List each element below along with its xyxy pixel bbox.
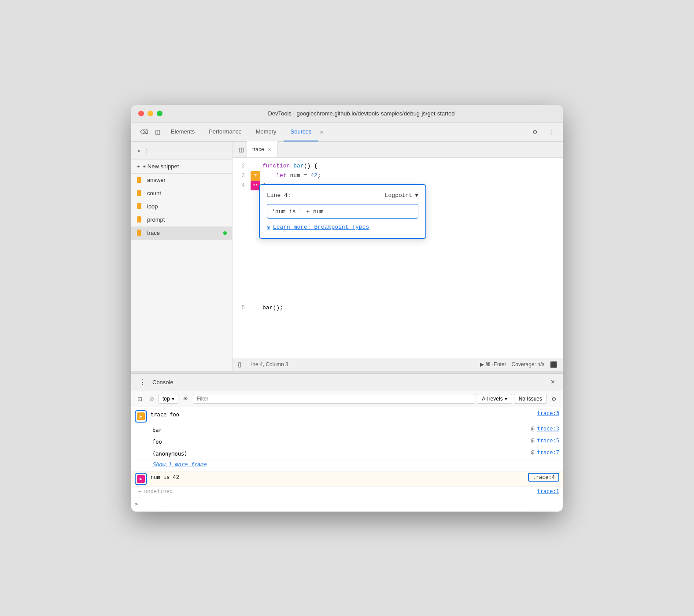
window-title: DevTools - googlechrome.github.io/devtoo… [167,110,556,117]
anon-text: (anonymous) [152,449,528,458]
console-row-trace: ▶ trace foo trace:3 [131,409,563,424]
svg-rect-1 [137,190,141,196]
console-body: ▶ trace foo trace:3 bar @ trace:3 foo @ … [131,407,563,512]
console-row-undefined: ← undefined trace:1 [131,487,563,498]
fullscreen-button[interactable] [157,111,162,116]
format-button[interactable]: {} [238,361,241,367]
status-position: Line 4, Column 3 [248,361,288,367]
sidebar-item-loop[interactable]: loop [131,200,232,213]
run-button[interactable]: ▶ ⌘+Enter [480,361,506,367]
more-tabs-chevron[interactable]: » [318,127,325,137]
foo-link[interactable]: trace:5 [537,438,559,444]
console-row-bar: bar @ trace:3 [131,424,563,436]
bar-link[interactable]: trace:3 [537,426,559,432]
console-row-num: ▶ num is 42 trace:4 [131,471,563,487]
code-line-5: 5 bar(); [233,303,563,313]
expand-button[interactable]: ⬛ [550,361,557,368]
console-filter-input[interactable] [193,394,476,404]
sidebar-item-prompt[interactable]: prompt [131,213,232,226]
all-levels-button[interactable]: All levels ▾ [477,394,512,404]
trace-source-1[interactable]: trace:1 [530,488,559,494]
tab-elements[interactable]: Elements [164,122,202,141]
tab-sources[interactable]: Sources [284,122,319,141]
console-menu-button[interactable]: ⋮ [137,376,149,388]
console-block-button[interactable]: ⊘ [147,394,157,404]
arrow-circle-icon: ⊙ [267,224,270,231]
active-dot [223,231,227,235]
editor-toggle-btn[interactable]: ◫ [236,145,247,155]
editor-tab-bar: ◫ trace × [233,142,563,158]
num-text: num is 42 [151,473,528,482]
trace-source-3[interactable]: trace:3 [530,410,559,416]
status-bar-right: ▶ ⌘+Enter Coverage: n/a ⬛ [480,361,557,368]
sidebar-collapse-btn[interactable]: » [136,145,142,156]
more-icon: ⋮ [548,129,554,135]
gear-icon: ⚙ [532,129,538,135]
console-row-foo: foo @ trace:5 [131,436,563,448]
undefined-text: undefined [141,488,173,494]
editor-body[interactable]: 2 function bar() { 3 ? let num [233,158,563,358]
more-menu-button[interactable]: ⋮ [545,127,557,137]
console-row-show-more: Show 1 more frame [131,460,563,471]
logpoint-icon-box: ▶ [135,473,147,485]
svg-rect-4 [137,230,141,236]
sidebar-item-trace[interactable]: trace [131,226,232,240]
nav-right-controls: ⚙ ⋮ [529,127,557,137]
sidebar-item-answer[interactable]: answer [131,174,232,187]
anon-link[interactable]: trace:7 [537,449,559,456]
traffic-lights [138,111,162,116]
console-title: Console [152,379,174,386]
logpoint-input[interactable] [267,204,418,219]
nav-toggle-btn[interactable]: ◫ [151,127,164,137]
nav-back-btn[interactable]: ⌫ [137,127,151,137]
top-selector[interactable]: top ▾ [159,394,178,404]
nav-tabs: ⌫ ◫ Elements Performance Memory Sources … [131,122,563,142]
console-header: ⋮ Console × [131,374,563,391]
file-icon [137,230,144,237]
tab-close-button[interactable]: × [267,146,272,152]
minimize-button[interactable] [148,111,153,116]
no-issues-button[interactable]: No Issues [514,394,547,404]
file-icon [137,203,144,210]
logpoint-type-select[interactable]: Logpoint ▼ [385,192,418,199]
sidebar: » ⋮ + + New snippet answer coun [131,142,233,371]
log-pink-icon: ▶ [137,475,145,483]
file-icon [137,190,144,197]
main-content: » ⋮ + + New snippet answer coun [131,142,563,371]
chevron-down-icon: ▾ [505,396,507,402]
learn-more-link[interactable]: ⊙ Learn more: Breakpoint Types [267,224,418,231]
sidebar-menu-btn[interactable]: ⋮ [142,145,151,156]
tab-performance[interactable]: Performance [202,122,248,141]
status-bar: {} Line 4, Column 3 ▶ ⌘+Enter Coverage: … [233,358,563,371]
console-clear-button[interactable]: ⊡ [135,394,145,404]
sidebar-items: answer count loop [131,174,232,371]
editor-tab-trace[interactable]: trace × [247,141,278,157]
coverage-label: Coverage: n/a [512,361,545,367]
settings-button[interactable]: ⚙ [529,127,541,137]
code-line-3: 3 ? let num = 42; [233,171,563,181]
show-more-link[interactable]: Show 1 more frame [152,461,207,468]
prompt-chevron: > [135,501,138,507]
chevron-down-icon: ▼ [415,192,418,199]
console-eye-button[interactable]: 👁 [180,394,191,404]
logpoint-header: Line 4: Logpoint ▼ [267,192,418,199]
trace-icon-box: ▶ [135,410,147,423]
svg-rect-2 [137,203,141,209]
console-row-anon: (anonymous) @ trace:7 [131,448,563,460]
return-arrow: ← [135,488,141,494]
console-close-button[interactable]: × [548,376,557,388]
svg-rect-3 [137,216,141,223]
trace-text: trace foo [151,410,530,419]
titlebar: DevTools - googlechrome.github.io/devtoo… [131,105,563,122]
console-panel: ⋮ Console × ⊡ ⊘ top ▾ 👁 All levels ▾ No … [131,373,563,512]
console-settings-button[interactable]: ⚙ [549,394,559,404]
sidebar-item-count[interactable]: count [131,187,232,200]
sidebar-header: » ⋮ [131,142,232,160]
new-snippet-button[interactable]: + + New snippet [131,160,232,174]
trace-source-4[interactable]: trace:4 [528,473,559,482]
file-icon [137,177,144,184]
console-prompt[interactable]: > [131,498,563,510]
prompt-input[interactable] [140,500,559,508]
tab-memory[interactable]: Memory [249,122,284,141]
close-button[interactable] [138,111,144,116]
